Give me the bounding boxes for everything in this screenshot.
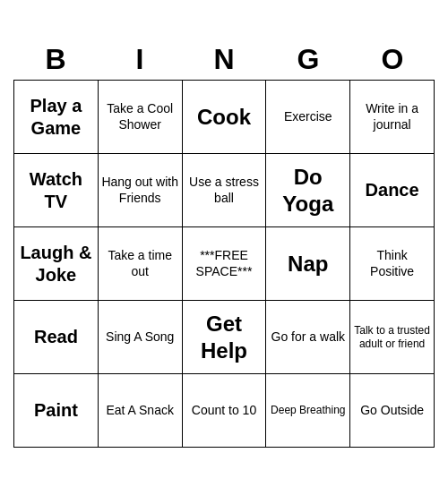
bingo-cell-5: Watch TV <box>14 154 99 227</box>
bingo-cell-0: Play a Game <box>14 81 99 154</box>
header-o: O <box>350 39 435 80</box>
bingo-cell-23: Deep Breathing <box>266 374 350 448</box>
bingo-cell-18: Go for a walk <box>266 301 350 374</box>
bingo-cell-13: Nap <box>266 227 350 301</box>
bingo-cell-17: Get Help <box>183 301 267 374</box>
bingo-cell-19: Talk to a trusted adult or friend <box>350 301 435 374</box>
bingo-cell-1: Take a Cool Shower <box>99 81 183 154</box>
bingo-cell-3: Exercise <box>266 81 350 154</box>
bingo-cell-22: Count to 10 <box>183 374 267 448</box>
bingo-cell-4: Write in a journal <box>350 81 435 154</box>
header-b: B <box>13 39 98 80</box>
bingo-cell-12: ***FREE SPACE*** <box>183 227 267 301</box>
bingo-card: B I N G O Play a GameTake a Cool ShowerC… <box>13 39 435 448</box>
bingo-grid: Play a GameTake a Cool ShowerCookExercis… <box>13 80 435 448</box>
bingo-cell-20: Paint <box>14 374 99 448</box>
bingo-cell-16: Sing A Song <box>99 301 183 374</box>
bingo-cell-10: Laugh & Joke <box>14 227 99 301</box>
bingo-cell-6: Hang out with Friends <box>99 154 183 227</box>
bingo-cell-14: Think Positive <box>350 227 435 301</box>
bingo-cell-8: Do Yoga <box>266 154 350 227</box>
bingo-cell-11: Take a time out <box>99 227 183 301</box>
bingo-header: B I N G O <box>13 39 435 80</box>
bingo-cell-7: Use a stress ball <box>183 154 267 227</box>
header-g: G <box>266 39 350 80</box>
bingo-cell-9: Dance <box>350 154 435 227</box>
bingo-cell-21: Eat A Snack <box>99 374 183 448</box>
header-n: N <box>182 39 266 80</box>
bingo-cell-15: Read <box>14 301 99 374</box>
bingo-cell-2: Cook <box>183 81 267 154</box>
header-i: I <box>98 39 182 80</box>
bingo-cell-24: Go Outside <box>350 374 435 448</box>
